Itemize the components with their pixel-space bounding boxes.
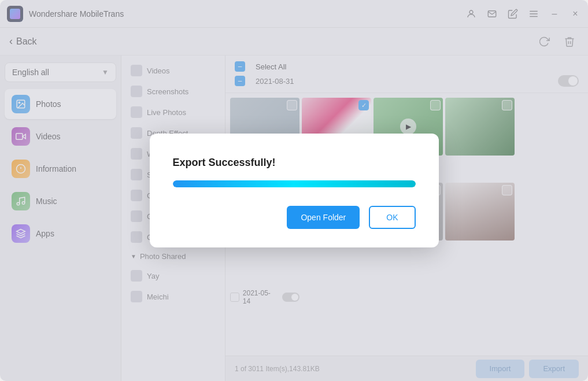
dialog-buttons: Open Folder OK: [287, 206, 415, 229]
progress-bar-fill: [173, 180, 416, 187]
open-folder-button[interactable]: Open Folder: [287, 206, 360, 229]
export-success-dialog: Export Successfully! Open Folder OK: [150, 134, 439, 247]
modal-overlay: Export Successfully! Open Folder OK: [0, 0, 588, 381]
ok-button[interactable]: OK: [369, 206, 415, 229]
dialog-title: Export Successfully!: [173, 157, 276, 169]
progress-bar-background: [173, 180, 416, 187]
app-window: Wondershare MobileTrans – × ‹ Back: [0, 0, 588, 381]
